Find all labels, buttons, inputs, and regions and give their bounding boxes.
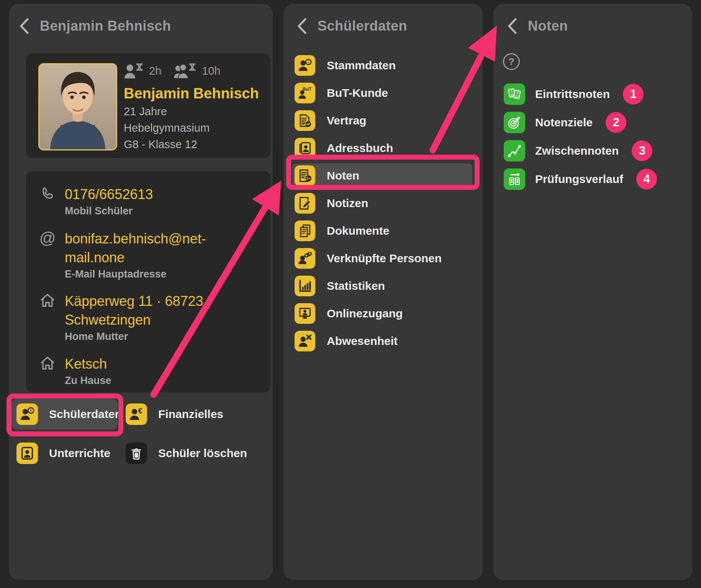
menu-item-onlinezugang[interactable]: Onlinezugang: [295, 301, 403, 326]
person-but-icon: BuT: [295, 83, 315, 103]
page-title: Schülerdaten: [318, 18, 407, 34]
email-label: E-Mail Hauptadresse: [65, 268, 245, 280]
address-value[interactable]: Käpperweg 11 · 68723 Schwetzingen: [65, 292, 245, 329]
back-icon[interactable]: [506, 18, 518, 34]
unterrichte-button[interactable]: Unterrichte: [11, 438, 110, 469]
noten-item-zwischennoten[interactable]: Zwischennoten 3: [504, 140, 652, 161]
linked-persons-icon: [295, 248, 315, 269]
schuelerdaten-panel-header: Schülerdaten: [296, 18, 407, 34]
noten-item-label: Notenziele: [535, 116, 593, 129]
finanzielles-label: Finanzielles: [158, 408, 223, 421]
unterrichte-label: Unterrichte: [49, 447, 110, 460]
online-access-icon: [295, 303, 315, 324]
svg-text:BuT: BuT: [303, 87, 312, 92]
schuelerdaten-menu-panel: Schülerdaten i Stammdaten BuT BuT-Kunde: [283, 4, 483, 580]
person-info-icon: i: [295, 55, 315, 76]
step-badge-2: 2: [606, 112, 626, 133]
individual-hours: 2h: [149, 65, 161, 77]
profile-card: 2h 10h Benjamin Behnisch 21 Jahre Hebelg…: [26, 53, 270, 158]
menu-label: Verknüpfte Personen: [327, 252, 442, 265]
noten-panel: Noten ? 4 3 Eintrittsnoten 1: [493, 4, 692, 580]
profile-info: 2h 10h Benjamin Behnisch 21 Jahre Hebelg…: [124, 62, 262, 151]
noten-item-label: Prüfungsverlauf: [535, 173, 623, 186]
back-icon[interactable]: [296, 18, 308, 34]
person-info-icon: i: [16, 403, 38, 425]
app-background: { "colors": { "accent_yellow": "#ecc12b"…: [0, 0, 701, 588]
schuelerdaten-button[interactable]: i Schülerdaten: [11, 399, 118, 430]
help-glyph: ?: [508, 56, 514, 68]
menu-item-noten[interactable]: 2+ Noten: [295, 163, 359, 188]
address-book-icon: [295, 138, 315, 158]
menu-item-but-kunde[interactable]: BuT BuT-Kunde: [295, 81, 388, 105]
menu-label: BuT-Kunde: [327, 87, 388, 100]
svg-text:4: 4: [510, 89, 513, 93]
back-icon[interactable]: [18, 18, 30, 34]
contact-row-address[interactable]: Käpperweg 11 · 68723 Schwetzingen Home M…: [39, 292, 245, 343]
group-hourglass-icon: [174, 62, 197, 79]
menu-item-vertrag[interactable]: Vertrag: [295, 108, 366, 133]
home-icon: [39, 354, 56, 372]
grade-goals-icon: [504, 112, 525, 133]
group-hours: 10h: [202, 65, 220, 77]
step-badge-1: 1: [623, 84, 644, 105]
noten-item-pruefungsverlauf[interactable]: Prüfungsverlauf 4: [504, 169, 657, 189]
menu-label: Adressbuch: [327, 142, 393, 155]
person-absent-icon: [295, 331, 315, 351]
menu-item-dokumente[interactable]: Dokumente: [295, 219, 389, 243]
help-icon[interactable]: ?: [503, 53, 520, 70]
svg-text:i: i: [308, 60, 309, 64]
student-name: Benjamin Behnisch: [124, 85, 262, 102]
menu-item-verknuepfte-personen[interactable]: Verknüpfte Personen: [295, 246, 442, 271]
schuelerdaten-label: Schülerdaten: [49, 408, 122, 421]
svg-text:2+: 2+: [306, 176, 311, 181]
contract-check-icon: [295, 110, 315, 131]
hometown-value[interactable]: Ketsch: [65, 354, 245, 373]
contact-row-home[interactable]: Ketsch Zu Hause: [39, 354, 245, 387]
svg-text:i: i: [30, 408, 31, 413]
menu-item-adressbuch[interactable]: Adressbuch: [295, 136, 393, 160]
student-class: G8 - Klasse 12: [124, 137, 262, 151]
menu-item-stammdaten[interactable]: i Stammdaten: [295, 53, 396, 78]
contact-row-phone[interactable]: 0176/6652613 Mobil Schüler: [39, 185, 245, 217]
home-icon: [39, 292, 56, 309]
menu-label: Notizen: [327, 197, 368, 210]
phone-number[interactable]: 0176/6652613: [65, 185, 245, 204]
delete-student-button[interactable]: Schüler löschen: [126, 438, 247, 469]
page-title: Benjamin Behnisch: [40, 18, 171, 34]
hometown-label: Zu Hause: [65, 375, 245, 387]
menu-label: Onlinezugang: [327, 307, 403, 320]
bar-chart-icon: [295, 276, 315, 296]
finanzielles-button[interactable]: € Finanzielles: [126, 399, 223, 430]
step-badge-3: 3: [632, 140, 652, 161]
noten-item-eintrittsnoten[interactable]: 4 3 Eintrittsnoten 1: [504, 84, 644, 105]
menu-item-notizen[interactable]: Notizen: [295, 191, 368, 216]
noten-item-notenziele[interactable]: Notenziele 2: [504, 112, 626, 133]
menu-item-abwesenheit[interactable]: Abwesenheit: [295, 329, 398, 353]
hours-stats: 2h 10h: [124, 62, 262, 79]
menu-label: Dokumente: [327, 224, 389, 237]
trash-icon: [126, 443, 147, 464]
svg-text:€: €: [138, 407, 142, 415]
student-age: 21 Jahre: [124, 105, 262, 118]
noten-item-label: Eintrittsnoten: [535, 88, 610, 101]
delete-student-label: Schüler löschen: [158, 447, 247, 460]
phone-icon: [39, 185, 56, 203]
noten-item-label: Zwischennoten: [535, 144, 619, 157]
menu-label: Vertrag: [327, 114, 366, 127]
person-hourglass-icon: [124, 62, 144, 79]
student-photo[interactable]: [38, 63, 117, 150]
email-address[interactable]: bonifaz.behnisch@net-mail.none: [65, 229, 245, 267]
at-icon: @: [39, 229, 56, 247]
contact-row-email[interactable]: @ bonifaz.behnisch@net-mail.none E-Mail …: [39, 229, 245, 280]
menu-label: Statistiken: [327, 279, 385, 292]
grades-icon: 2+: [295, 165, 315, 186]
step-badge-4: 4: [636, 169, 657, 189]
student-school: Hebelgymnasium: [124, 121, 262, 135]
menu-item-statistiken[interactable]: Statistiken: [295, 274, 385, 298]
menu-label: Noten: [327, 169, 359, 182]
noten-panel-header: Noten: [506, 18, 568, 34]
documents-icon: [295, 220, 315, 241]
menu-label: Abwesenheit: [327, 335, 398, 348]
exam-history-icon: [504, 168, 525, 190]
page-title: Noten: [528, 18, 568, 34]
